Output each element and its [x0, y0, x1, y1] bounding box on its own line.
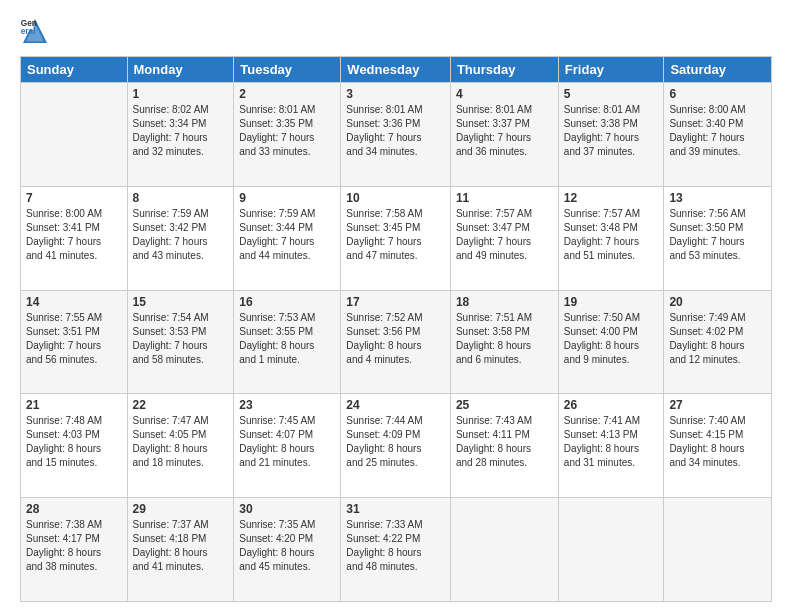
day-info: Sunrise: 8:01 AM Sunset: 3:37 PM Dayligh…: [456, 103, 553, 159]
day-info: Sunrise: 7:35 AM Sunset: 4:20 PM Dayligh…: [239, 518, 335, 574]
calendar-cell: 14Sunrise: 7:55 AM Sunset: 3:51 PM Dayli…: [21, 290, 128, 394]
day-info: Sunrise: 8:01 AM Sunset: 3:38 PM Dayligh…: [564, 103, 659, 159]
day-number: 1: [133, 87, 229, 101]
day-info: Sunrise: 7:47 AM Sunset: 4:05 PM Dayligh…: [133, 414, 229, 470]
week-row-1: 7Sunrise: 8:00 AM Sunset: 3:41 PM Daylig…: [21, 186, 772, 290]
day-number: 26: [564, 398, 659, 412]
header-cell-monday: Monday: [127, 57, 234, 83]
day-info: Sunrise: 8:02 AM Sunset: 3:34 PM Dayligh…: [133, 103, 229, 159]
day-info: Sunrise: 7:53 AM Sunset: 3:55 PM Dayligh…: [239, 311, 335, 367]
day-info: Sunrise: 7:37 AM Sunset: 4:18 PM Dayligh…: [133, 518, 229, 574]
day-number: 22: [133, 398, 229, 412]
day-number: 3: [346, 87, 445, 101]
calendar-cell: 28Sunrise: 7:38 AM Sunset: 4:17 PM Dayli…: [21, 498, 128, 602]
week-row-2: 14Sunrise: 7:55 AM Sunset: 3:51 PM Dayli…: [21, 290, 772, 394]
day-info: Sunrise: 7:50 AM Sunset: 4:00 PM Dayligh…: [564, 311, 659, 367]
day-number: 10: [346, 191, 445, 205]
day-number: 27: [669, 398, 766, 412]
calendar-cell: 11Sunrise: 7:57 AM Sunset: 3:47 PM Dayli…: [450, 186, 558, 290]
calendar-cell: 29Sunrise: 7:37 AM Sunset: 4:18 PM Dayli…: [127, 498, 234, 602]
calendar: SundayMondayTuesdayWednesdayThursdayFrid…: [20, 56, 772, 602]
calendar-cell: 7Sunrise: 8:00 AM Sunset: 3:41 PM Daylig…: [21, 186, 128, 290]
day-info: Sunrise: 8:01 AM Sunset: 3:36 PM Dayligh…: [346, 103, 445, 159]
calendar-cell: 30Sunrise: 7:35 AM Sunset: 4:20 PM Dayli…: [234, 498, 341, 602]
day-info: Sunrise: 7:59 AM Sunset: 3:44 PM Dayligh…: [239, 207, 335, 263]
calendar-cell: 6Sunrise: 8:00 AM Sunset: 3:40 PM Daylig…: [664, 83, 772, 187]
day-number: 29: [133, 502, 229, 516]
day-number: 9: [239, 191, 335, 205]
day-number: 16: [239, 295, 335, 309]
day-info: Sunrise: 7:56 AM Sunset: 3:50 PM Dayligh…: [669, 207, 766, 263]
day-number: 2: [239, 87, 335, 101]
day-info: Sunrise: 7:57 AM Sunset: 3:48 PM Dayligh…: [564, 207, 659, 263]
calendar-cell: 16Sunrise: 7:53 AM Sunset: 3:55 PM Dayli…: [234, 290, 341, 394]
day-number: 7: [26, 191, 122, 205]
calendar-cell: 17Sunrise: 7:52 AM Sunset: 3:56 PM Dayli…: [341, 290, 451, 394]
day-number: 30: [239, 502, 335, 516]
calendar-cell: 31Sunrise: 7:33 AM Sunset: 4:22 PM Dayli…: [341, 498, 451, 602]
logo: Gen eral: [20, 16, 54, 46]
day-info: Sunrise: 7:59 AM Sunset: 3:42 PM Dayligh…: [133, 207, 229, 263]
calendar-cell: 21Sunrise: 7:48 AM Sunset: 4:03 PM Dayli…: [21, 394, 128, 498]
header: Gen eral: [20, 16, 772, 46]
day-info: Sunrise: 7:58 AM Sunset: 3:45 PM Dayligh…: [346, 207, 445, 263]
week-row-0: 1Sunrise: 8:02 AM Sunset: 3:34 PM Daylig…: [21, 83, 772, 187]
day-info: Sunrise: 7:43 AM Sunset: 4:11 PM Dayligh…: [456, 414, 553, 470]
day-info: Sunrise: 7:48 AM Sunset: 4:03 PM Dayligh…: [26, 414, 122, 470]
calendar-cell: 22Sunrise: 7:47 AM Sunset: 4:05 PM Dayli…: [127, 394, 234, 498]
calendar-cell: 25Sunrise: 7:43 AM Sunset: 4:11 PM Dayli…: [450, 394, 558, 498]
day-number: 25: [456, 398, 553, 412]
calendar-cell: [21, 83, 128, 187]
header-cell-wednesday: Wednesday: [341, 57, 451, 83]
calendar-cell: 27Sunrise: 7:40 AM Sunset: 4:15 PM Dayli…: [664, 394, 772, 498]
day-info: Sunrise: 7:51 AM Sunset: 3:58 PM Dayligh…: [456, 311, 553, 367]
day-number: 5: [564, 87, 659, 101]
day-number: 14: [26, 295, 122, 309]
day-info: Sunrise: 7:49 AM Sunset: 4:02 PM Dayligh…: [669, 311, 766, 367]
day-info: Sunrise: 8:00 AM Sunset: 3:41 PM Dayligh…: [26, 207, 122, 263]
calendar-cell: [558, 498, 664, 602]
week-row-3: 21Sunrise: 7:48 AM Sunset: 4:03 PM Dayli…: [21, 394, 772, 498]
calendar-cell: 10Sunrise: 7:58 AM Sunset: 3:45 PM Dayli…: [341, 186, 451, 290]
header-cell-sunday: Sunday: [21, 57, 128, 83]
day-number: 31: [346, 502, 445, 516]
day-info: Sunrise: 7:41 AM Sunset: 4:13 PM Dayligh…: [564, 414, 659, 470]
day-number: 13: [669, 191, 766, 205]
logo-icon: Gen eral: [20, 16, 50, 46]
day-number: 28: [26, 502, 122, 516]
calendar-cell: 15Sunrise: 7:54 AM Sunset: 3:53 PM Dayli…: [127, 290, 234, 394]
calendar-cell: [664, 498, 772, 602]
day-number: 20: [669, 295, 766, 309]
calendar-cell: 1Sunrise: 8:02 AM Sunset: 3:34 PM Daylig…: [127, 83, 234, 187]
day-info: Sunrise: 7:44 AM Sunset: 4:09 PM Dayligh…: [346, 414, 445, 470]
header-cell-friday: Friday: [558, 57, 664, 83]
day-info: Sunrise: 7:38 AM Sunset: 4:17 PM Dayligh…: [26, 518, 122, 574]
header-cell-saturday: Saturday: [664, 57, 772, 83]
calendar-cell: 13Sunrise: 7:56 AM Sunset: 3:50 PM Dayli…: [664, 186, 772, 290]
day-number: 6: [669, 87, 766, 101]
calendar-cell: 23Sunrise: 7:45 AM Sunset: 4:07 PM Dayli…: [234, 394, 341, 498]
calendar-cell: 20Sunrise: 7:49 AM Sunset: 4:02 PM Dayli…: [664, 290, 772, 394]
calendar-cell: 12Sunrise: 7:57 AM Sunset: 3:48 PM Dayli…: [558, 186, 664, 290]
calendar-cell: 5Sunrise: 8:01 AM Sunset: 3:38 PM Daylig…: [558, 83, 664, 187]
day-number: 4: [456, 87, 553, 101]
calendar-cell: 3Sunrise: 8:01 AM Sunset: 3:36 PM Daylig…: [341, 83, 451, 187]
calendar-cell: [450, 498, 558, 602]
week-row-4: 28Sunrise: 7:38 AM Sunset: 4:17 PM Dayli…: [21, 498, 772, 602]
day-info: Sunrise: 8:01 AM Sunset: 3:35 PM Dayligh…: [239, 103, 335, 159]
day-number: 15: [133, 295, 229, 309]
day-number: 8: [133, 191, 229, 205]
header-cell-tuesday: Tuesday: [234, 57, 341, 83]
day-info: Sunrise: 8:00 AM Sunset: 3:40 PM Dayligh…: [669, 103, 766, 159]
day-number: 21: [26, 398, 122, 412]
calendar-cell: 9Sunrise: 7:59 AM Sunset: 3:44 PM Daylig…: [234, 186, 341, 290]
calendar-cell: 19Sunrise: 7:50 AM Sunset: 4:00 PM Dayli…: [558, 290, 664, 394]
day-info: Sunrise: 7:57 AM Sunset: 3:47 PM Dayligh…: [456, 207, 553, 263]
day-number: 11: [456, 191, 553, 205]
header-cell-thursday: Thursday: [450, 57, 558, 83]
day-info: Sunrise: 7:55 AM Sunset: 3:51 PM Dayligh…: [26, 311, 122, 367]
header-row: SundayMondayTuesdayWednesdayThursdayFrid…: [21, 57, 772, 83]
day-info: Sunrise: 7:33 AM Sunset: 4:22 PM Dayligh…: [346, 518, 445, 574]
calendar-cell: 26Sunrise: 7:41 AM Sunset: 4:13 PM Dayli…: [558, 394, 664, 498]
calendar-table: SundayMondayTuesdayWednesdayThursdayFrid…: [20, 56, 772, 602]
